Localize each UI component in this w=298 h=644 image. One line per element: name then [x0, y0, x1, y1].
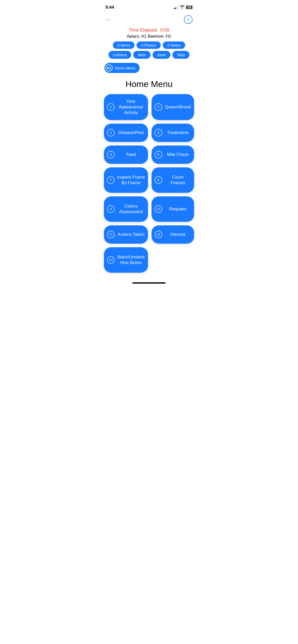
back-button[interactable]: ← — [105, 16, 111, 23]
menu-btn-7[interactable]: 7 Inspect Frame By Frame — [104, 167, 148, 193]
menu-label-2: Queen/Brood — [165, 104, 191, 110]
time-elapsed: Time Elapsed: 0:09 — [103, 27, 195, 33]
menu-label-5: Feed — [117, 152, 145, 157]
menu-label-12: Harvest — [165, 232, 191, 237]
menu-grid: 1 Hive Appearance/ Activity 2 Queen/Broo… — [99, 94, 199, 280]
menu-label-9: Colony Assessment — [117, 203, 145, 215]
items-badge[interactable]: 0 Items — [113, 41, 134, 49]
menu-btn-2[interactable]: 2 Queen/Brood — [152, 94, 194, 120]
wifi-icon — [180, 5, 184, 10]
menu-btn-13[interactable]: 13 Stack/Unstack Hive Boxes — [104, 247, 148, 273]
photos-badge[interactable]: 0 Photos — [137, 41, 161, 49]
menu-btn-5[interactable]: 5 Feed — [104, 145, 148, 164]
menu-num-7: 7 — [107, 176, 115, 184]
menu-label-4: Treatments — [165, 130, 191, 136]
menu-num-1: 1 — [107, 103, 115, 111]
menu-num-8: 8 — [155, 176, 162, 184]
menu-btn-6[interactable]: 6 Mite Check — [152, 145, 194, 164]
status-icons: 24 — [174, 5, 193, 10]
home-menu-tag-button[interactable]: M1 Home Menu — [104, 63, 140, 73]
menu-num-10: 10 — [155, 205, 162, 213]
menu-label-11: Actions Taken — [117, 232, 145, 237]
menu-btn-1[interactable]: 1 Hive Appearance/ Activity — [104, 94, 148, 120]
battery-icon: 24 — [186, 6, 193, 9]
signal-icon — [174, 6, 178, 9]
menu-num-13: 13 — [107, 256, 115, 264]
time-elapsed-value: 0:09 — [160, 27, 169, 33]
stop-button[interactable]: Stop — [172, 51, 189, 59]
menu-num-2: 2 — [155, 103, 162, 111]
menu-label-7: Inspect Frame By Frame — [117, 174, 145, 186]
menu-label-8: Count Frames — [165, 174, 191, 186]
save-button[interactable]: Save — [153, 51, 170, 59]
menu-btn-8[interactable]: 8 Count Frames — [152, 167, 194, 193]
menu-num-3: 3 — [107, 129, 115, 137]
notes-badge[interactable]: 0 Notes — [163, 41, 185, 49]
menu-num-6: 6 — [155, 151, 162, 158]
menu-num-9: 9 — [107, 205, 115, 213]
apiary-info: Apiary: A1 Beehive: H1 — [103, 34, 195, 39]
m1-circle: M1 — [105, 64, 113, 71]
home-menu-tag-label: Home Menu — [115, 66, 136, 70]
menu-num-12: 12 — [155, 231, 162, 238]
header-info: Time Elapsed: 0:09 Apiary: A1 Beehive: H… — [99, 26, 199, 63]
status-bar: 9:44 24 — [99, 0, 199, 13]
menu-label-3: Disease/Pest — [117, 130, 145, 136]
menu-btn-3[interactable]: 3 Disease/Pest — [104, 124, 148, 142]
menu-btn-12[interactable]: 12 Harvest — [152, 225, 194, 244]
status-time: 9:44 — [105, 5, 114, 10]
menu-btn-9[interactable]: 9 Colony Assessment — [104, 196, 148, 222]
menu-label-10: Requeen — [165, 206, 191, 212]
menu-btn-4[interactable]: 4 Treatments — [152, 124, 194, 142]
menu-num-11: 11 — [107, 231, 115, 238]
camera-button[interactable]: Camera — [109, 51, 131, 59]
bottom-bar — [99, 280, 199, 286]
menu-label-13: Stack/Unstack Hive Boxes — [117, 254, 145, 266]
action-row: Camera Note Save Stop — [103, 51, 195, 59]
time-elapsed-label: Time Elapsed: — [129, 27, 158, 33]
menu-num-4: 4 — [155, 129, 162, 137]
badge-row: 0 Items 0 Photos 0 Notes — [103, 41, 195, 49]
note-button[interactable]: Note — [133, 51, 151, 59]
nav-bar: ← i — [99, 13, 199, 26]
page-title: Home Menu — [99, 73, 199, 94]
menu-btn-10[interactable]: 10 Requeen — [152, 196, 194, 222]
home-indicator — [132, 282, 166, 284]
menu-label-1: Hive Appearance/ Activity — [117, 99, 145, 115]
info-button[interactable]: i — [184, 15, 193, 24]
menu-label-6: Mite Check — [165, 152, 191, 157]
menu-btn-11[interactable]: 11 Actions Taken — [104, 225, 148, 244]
menu-num-5: 5 — [107, 151, 115, 158]
